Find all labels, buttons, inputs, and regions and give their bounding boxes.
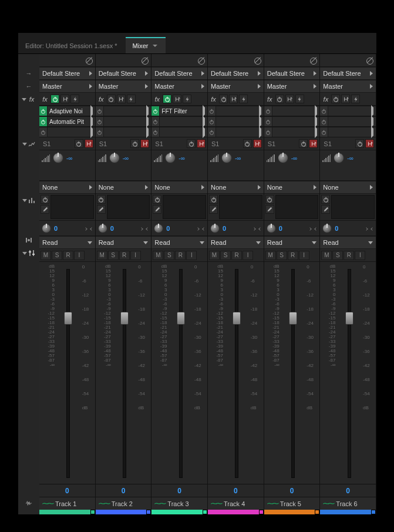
fx-slot-power[interactable] [96,106,104,116]
mute-button[interactable]: M [153,251,163,260]
pan-knob[interactable] [266,223,277,234]
fx-slot-power[interactable] [320,117,328,126]
send-knob[interactable] [221,152,233,164]
fx-slot-power[interactable] [208,127,216,137]
mute-button[interactable]: M [265,251,276,260]
fx-slot-power[interactable] [39,117,48,126]
eq-graph[interactable] [331,195,375,219]
fader-handle[interactable] [120,312,129,325]
fx-slot[interactable] [208,127,264,137]
record-button[interactable]: R [288,251,298,260]
track-color-swatch[interactable] [259,510,264,514]
send-power-button[interactable] [243,139,252,148]
send-knob[interactable] [52,152,64,164]
input-dropdown[interactable]: Default Stere [208,67,264,80]
fx-power-button[interactable] [107,95,116,103]
stereo-width-icon[interactable] [141,225,149,231]
fx-slot-power[interactable] [39,106,48,116]
fx-slot-power[interactable] [151,106,160,116]
fx-prepost-button[interactable] [60,95,69,103]
fx-slot[interactable] [151,127,207,137]
mono-stereo-icon[interactable] [197,56,205,65]
automation-mode-dropdown[interactable]: Read [39,236,95,249]
fx-slot[interactable]: Adaptive Noi [39,106,95,116]
fx-power-button[interactable] [219,95,228,103]
fx-slot-power[interactable] [151,127,160,137]
eq-graph[interactable] [275,195,319,219]
eq-power-button[interactable] [97,195,106,204]
input-monitor-button[interactable]: I [243,251,253,260]
fader-handle[interactable] [345,312,353,325]
fader-handle[interactable] [233,312,241,325]
stereo-width-icon[interactable] [254,225,262,231]
solo-button[interactable]: S [164,251,174,260]
fader-handle[interactable] [64,312,72,325]
mono-stereo-icon[interactable] [365,56,373,65]
mono-stereo-icon[interactable] [253,56,261,65]
send-power-button[interactable] [299,139,308,148]
fx-prepost-button[interactable] [173,95,181,103]
output-dropdown[interactable]: Master [208,80,264,93]
fx-prepost-button[interactable] [285,95,294,103]
fx-power-button[interactable] [50,95,59,103]
fx-slot-power[interactable] [320,106,328,116]
stereo-width-icon[interactable] [197,225,206,231]
fx-slot-power[interactable] [264,106,272,116]
eq-edit-button[interactable] [153,205,161,214]
fx-slot[interactable] [320,127,376,137]
fx-slot[interactable] [264,127,320,137]
volume-readout[interactable]: 0 [96,484,151,497]
automation-mode-dropdown[interactable]: Read [264,236,320,249]
tab-editor[interactable]: Editor: Untitled Session 1.sesx * [18,38,126,53]
solo-button[interactable]: S [108,251,119,260]
fader-track[interactable] [66,269,70,478]
tab-menu-icon[interactable] [153,45,157,47]
track-color-swatch[interactable] [315,510,319,514]
eq-power-button[interactable] [153,195,161,204]
fader-track[interactable] [179,269,183,478]
eq-edit-button[interactable] [41,205,49,214]
output-dropdown[interactable]: Master [151,80,207,93]
mono-stereo-icon[interactable] [309,56,317,65]
eq-graph[interactable] [163,195,206,219]
input-monitor-button[interactable]: I [355,251,365,260]
eq-section-toggle[interactable] [18,194,39,207]
fx-slot-power[interactable] [208,117,216,126]
eq-graph[interactable] [219,195,262,219]
fx-slot[interactable]: FFT Filter [151,106,207,116]
track-color-swatch[interactable] [90,510,95,514]
volume-readout[interactable]: 0 [39,484,95,497]
fx-slot[interactable] [151,116,207,127]
fx-prepost-button[interactable] [229,95,238,103]
eq-power-button[interactable] [265,195,274,204]
mute-button[interactable]: M [97,251,107,260]
sends-section-toggle[interactable] [18,137,39,150]
fx-slot-power[interactable] [320,127,328,137]
volume-readout[interactable]: 0 [208,484,264,497]
record-button[interactable]: R [344,251,354,260]
eq-edit-button[interactable] [97,205,106,214]
volume-readout[interactable]: 0 [264,484,320,497]
fader-track[interactable] [123,269,126,478]
eq-edit-button[interactable] [209,205,218,214]
send-dest-dropdown[interactable]: None [96,181,151,194]
fx-prepost-button[interactable] [117,95,126,103]
track-name-row[interactable]: ⁓⁓ Track 6 [320,497,376,510]
track-name-row[interactable]: ⁓⁓ Track 5 [264,497,320,510]
automation-mode-dropdown[interactable]: Read [320,236,376,249]
tab-mixer[interactable]: Mixer [126,37,166,53]
fader-track[interactable] [235,269,238,478]
input-dropdown[interactable]: Default Stere [96,67,151,80]
pan-knob[interactable] [322,223,332,234]
solo-button[interactable]: S [332,251,343,260]
fx-slot[interactable] [320,106,376,116]
fader-handle[interactable] [177,312,185,325]
input-monitor-button[interactable]: I [186,251,197,260]
send-power-button[interactable] [355,139,364,148]
send-knob[interactable] [333,152,345,164]
pan-knob[interactable] [210,223,220,234]
send-prepost-button[interactable] [365,139,374,148]
automation-mode-dropdown[interactable]: Read [151,236,207,249]
track-color-swatch[interactable] [203,510,207,514]
record-button[interactable]: R [231,251,242,260]
